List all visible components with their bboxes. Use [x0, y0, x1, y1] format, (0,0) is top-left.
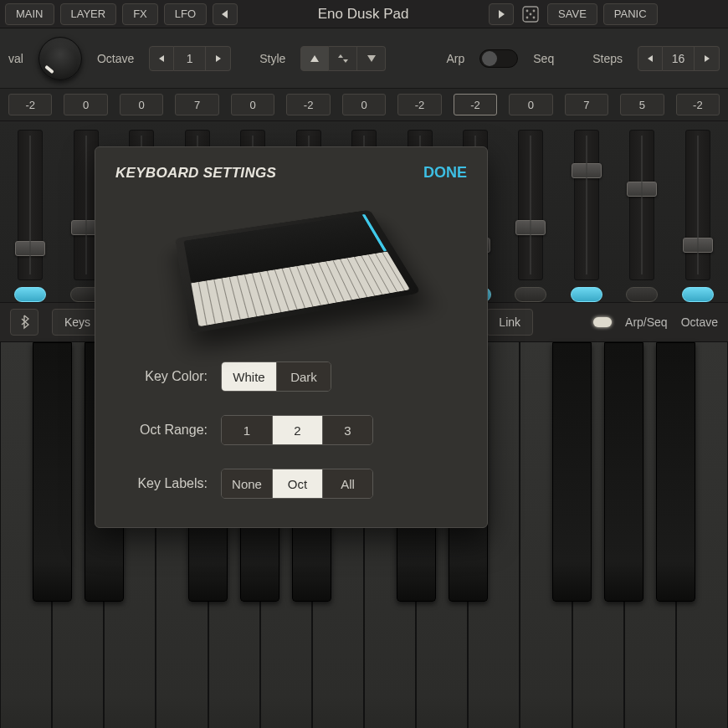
modal-header: KEYBOARD SETTINGS DONE [115, 164, 467, 182]
preset-selector: Eno Dusk Pad [213, 3, 514, 25]
step-value-3[interactable]: 7 [175, 94, 218, 115]
steps-value: 16 [663, 46, 695, 71]
updown-icon [337, 54, 349, 64]
steps-up-button[interactable] [695, 46, 720, 71]
triangle-down-icon [367, 54, 377, 63]
key-color-selector: WhiteDark [221, 361, 331, 392]
seg-keycolor-option-white[interactable]: White [222, 362, 276, 391]
slider-handle[interactable] [572, 163, 602, 178]
step-slider-9[interactable] [518, 130, 543, 280]
step-value-2[interactable]: 0 [120, 94, 163, 115]
preset-name[interactable]: Eno Dusk Pad [243, 6, 484, 23]
step-slider-col-11 [620, 130, 664, 302]
arp-seq-toggle[interactable] [479, 49, 518, 68]
key-labels-label: Key Labels: [115, 476, 208, 491]
lfo-button[interactable]: LFO [164, 3, 207, 25]
device-illustration [182, 193, 400, 335]
seg-keycolor-option-dark[interactable]: Dark [276, 362, 331, 391]
seg-octrange-option-3[interactable]: 3 [322, 416, 372, 444]
random-preset-button[interactable] [520, 3, 541, 25]
slider-handle[interactable] [627, 182, 657, 197]
arpseq-label: Arp/Seq [625, 315, 668, 329]
step-value-4[interactable]: 0 [231, 94, 274, 115]
step-value-8[interactable]: -2 [454, 94, 497, 115]
oct-range-label: Oct Range: [115, 423, 208, 438]
white-key-10[interactable] [520, 342, 572, 728]
step-value-1[interactable]: 0 [64, 94, 107, 115]
style-down-button[interactable] [357, 46, 386, 71]
style-up-button[interactable] [300, 46, 329, 71]
style-updown-button[interactable] [329, 46, 357, 71]
step-value-11[interactable]: 5 [620, 94, 664, 115]
interval-knob[interactable] [38, 37, 82, 80]
step-slider-col-9 [509, 130, 552, 302]
octave-value: 1 [174, 46, 206, 71]
chevron-right-icon [497, 9, 505, 19]
chevron-left-icon [221, 9, 229, 19]
panic-button[interactable]: PANIC [603, 3, 658, 25]
arpseq-led [593, 317, 612, 327]
octave-stepper: 1 [149, 46, 231, 71]
steps-down-button[interactable] [638, 46, 663, 71]
seq-label: Seq [533, 52, 554, 65]
svg-point-3 [530, 13, 532, 15]
bluetooth-icon [19, 315, 29, 330]
arp-controls-row: val Octave 1 Style Arp Seq Steps 16 [0, 28, 728, 89]
white-key-13[interactable] [676, 342, 728, 728]
svg-point-4 [526, 16, 529, 18]
step-value-9[interactable]: 0 [509, 94, 552, 115]
white-key-12[interactable] [624, 342, 676, 728]
fx-button[interactable]: FX [122, 3, 158, 25]
top-nav: MAIN LAYER FX LFO Eno Dusk Pad SAVE PANI… [0, 0, 728, 28]
key-color-label: Key Color: [115, 369, 208, 384]
step-value-0[interactable]: -2 [8, 94, 52, 115]
step-enable-10[interactable] [571, 287, 602, 302]
step-slider-0[interactable] [18, 130, 43, 280]
step-enable-0[interactable] [14, 287, 46, 302]
step-slider-col-10 [565, 130, 608, 302]
link-button[interactable]: Link [486, 309, 533, 336]
step-value-12[interactable]: -2 [676, 94, 720, 115]
step-value-7[interactable]: -2 [397, 94, 441, 115]
modal-title: KEYBOARD SETTINGS [115, 165, 276, 182]
white-key-11[interactable] [572, 342, 624, 728]
oct-range-row: Oct Range: 123 [115, 415, 467, 445]
chevron-right-icon [704, 54, 710, 63]
layer-button[interactable]: LAYER [60, 3, 117, 25]
seg-keylabels-option-oct[interactable]: Oct [272, 469, 322, 498]
step-slider-12[interactable] [685, 130, 710, 280]
step-value-6[interactable]: 0 [342, 94, 386, 115]
seg-octrange-option-1[interactable]: 1 [222, 416, 272, 444]
slider-handle[interactable] [15, 241, 45, 256]
preset-next-button[interactable] [489, 3, 514, 25]
slider-handle[interactable] [683, 238, 713, 253]
step-value-5[interactable]: -2 [286, 94, 330, 115]
key-color-row: Key Color: WhiteDark [115, 361, 467, 392]
step-slider-10[interactable] [574, 130, 599, 280]
step-slider-11[interactable] [629, 130, 654, 280]
step-enable-11[interactable] [626, 287, 658, 302]
steps-label: Steps [592, 52, 623, 65]
octave-down-button[interactable] [149, 46, 174, 71]
octave-up-button[interactable] [206, 46, 231, 71]
seg-keylabels-option-none[interactable]: None [222, 469, 272, 498]
step-enable-12[interactable] [682, 287, 714, 302]
white-key-0[interactable]: C2 [0, 342, 52, 728]
step-slider-col-12 [676, 130, 720, 302]
seg-keylabels-option-all[interactable]: All [322, 469, 372, 498]
step-enable-9[interactable] [515, 287, 546, 302]
slider-handle[interactable] [515, 220, 546, 235]
done-button[interactable]: DONE [423, 164, 467, 182]
main-button[interactable]: MAIN [5, 3, 54, 25]
bluetooth-button[interactable] [10, 309, 38, 336]
seg-octrange-option-2[interactable]: 2 [272, 416, 322, 444]
preset-prev-button[interactable] [213, 3, 238, 25]
triangle-up-icon [310, 54, 320, 63]
step-value-10[interactable]: 7 [565, 94, 608, 115]
chevron-left-icon [647, 54, 654, 63]
octave-nav-label: Octave [681, 315, 718, 329]
octave-label: Octave [97, 52, 134, 65]
steps-stepper: 16 [638, 46, 720, 71]
svg-point-1 [526, 9, 529, 12]
save-button[interactable]: SAVE [547, 3, 597, 25]
